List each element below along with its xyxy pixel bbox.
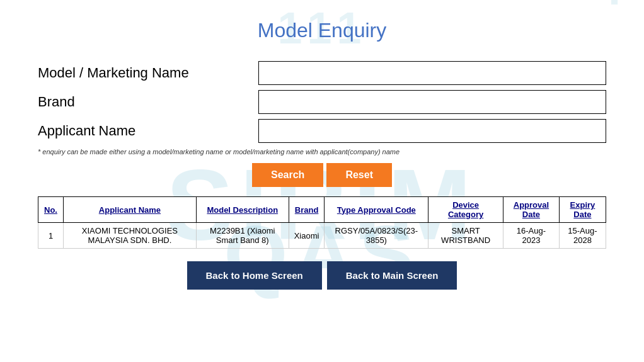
cell-device-category: SMART WRISTBAND	[428, 223, 503, 249]
col-device-category: Device Category	[428, 197, 503, 223]
results-table: No. Applicant Name Model Description Bra…	[38, 196, 606, 249]
col-approval-date: Approval Date	[503, 197, 560, 223]
brand-input[interactable]	[258, 90, 606, 114]
cell-type-approval_code: RGSY/05A/0823/S(23-3855)	[325, 223, 428, 249]
search-reset-row: Search Reset	[38, 163, 606, 187]
brand-label: Brand	[38, 94, 258, 110]
search-button[interactable]: Search	[252, 163, 323, 187]
cell-approval-date: 16-Aug-2023	[503, 223, 560, 249]
applicant-label: Applicant Name	[38, 123, 258, 139]
model-label: Model / Marketing Name	[38, 65, 258, 81]
cell-applicant-name: XIAOMI TECHNOLOGIES MALAYSIA SDN. BHD.	[64, 223, 197, 249]
page-title: Model Enquiry	[38, 19, 606, 42]
col-no: No.	[38, 197, 64, 223]
col-expiry-date: Expiry Date	[559, 197, 606, 223]
applicant-input[interactable]	[258, 119, 606, 143]
cell-expiry-date: 15-Aug-2028	[559, 223, 606, 249]
form-section: Model / Marketing Name Brand Applicant N…	[38, 61, 606, 156]
col-type-approval-code: Type Approval Code	[325, 197, 428, 223]
hint-text: * enquiry can be made either using a mod…	[38, 148, 606, 156]
cell-no: 1	[38, 223, 64, 249]
model-input[interactable]	[258, 61, 606, 85]
nav-button-row: Back to Home Screen Back to Main Screen	[38, 261, 606, 290]
col-model-description: Model Description	[196, 197, 289, 223]
back-home-button[interactable]: Back to Home Screen	[187, 261, 322, 290]
model-row: Model / Marketing Name	[38, 61, 606, 85]
cell-model-description: M2239B1 (Xiaomi Smart Band 8)	[196, 223, 289, 249]
reset-button[interactable]: Reset	[326, 163, 392, 187]
col-brand: Brand	[289, 197, 325, 223]
col-applicant-name: Applicant Name	[64, 197, 197, 223]
applicant-row: Applicant Name	[38, 119, 606, 143]
back-main-button[interactable]: Back to Main Screen	[327, 261, 457, 290]
cell-brand: Xiaomi	[289, 223, 325, 249]
brand-row: Brand	[38, 90, 606, 114]
table-row: 1XIAOMI TECHNOLOGIES MALAYSIA SDN. BHD.M…	[38, 223, 606, 249]
table-header-row: No. Applicant Name Model Description Bra…	[38, 197, 606, 223]
